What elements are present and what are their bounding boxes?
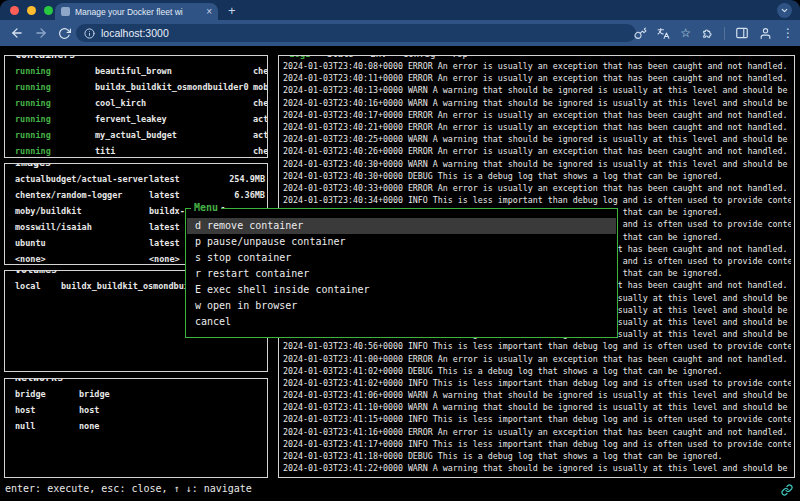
tab-strip: Manage your Docker fleet wi × +: [0, 0, 800, 20]
back-button[interactable]: [10, 26, 24, 40]
containers-rows: running beautiful_brown chentex/random-l…: [5, 63, 267, 157]
network-row[interactable]: null none: [5, 418, 267, 434]
images-panel-title: Images: [12, 163, 54, 168]
container-name: beautiful_brown: [95, 63, 172, 79]
menu-item-label: stop container: [207, 252, 291, 263]
image-tag: <none>: [149, 251, 180, 264]
log-line: 2024-01-03T23:41:18+0000 DEBUG This is a…: [283, 450, 791, 462]
container-name: my_actual_budget: [95, 127, 177, 143]
tab-search-button[interactable]: [777, 3, 792, 18]
container-row[interactable]: running my_actual_budget actualbudget/ac…: [5, 127, 267, 143]
container-row[interactable]: running fervent_leakey actualbudget/actu…: [5, 111, 267, 127]
network-row[interactable]: host host: [5, 402, 267, 418]
tab-logs[interactable]: Logs: [289, 55, 311, 59]
image-name: mosswill/isaiah: [15, 219, 92, 235]
menu-item-label: exec shell inside container: [207, 284, 370, 295]
log-line: 2024-01-03T23:40:56+0000 INFO This is le…: [283, 340, 791, 352]
network-driver: host: [15, 402, 35, 418]
log-line: 2024-01-03T23:41:00+0000 ERROR An error …: [283, 353, 791, 365]
image-tag: latest: [149, 171, 180, 187]
networks-rows: bridge bridge host host null none: [5, 386, 267, 434]
log-line: 2024-01-03T23:40:08+0000 ERROR An error …: [283, 60, 791, 72]
network-row[interactable]: bridge bridge: [5, 386, 267, 402]
menu-item-key: p: [195, 236, 201, 247]
networks-panel[interactable]: Networks bridge bridge host host null no…: [4, 378, 268, 478]
log-line: 2024-01-03T23:41:16+0000 ERROR An error …: [283, 426, 791, 438]
container-row[interactable]: running buildx_buildkit_osmondbuilder0 m…: [5, 79, 267, 95]
image-row[interactable]: actualbudget/actual-server latest 254.9M…: [5, 171, 267, 187]
log-line: 2024-01-03T23:40:17+0000 ERROR An error …: [283, 109, 791, 121]
image-tag: latest: [149, 219, 180, 235]
reload-icon: [58, 27, 71, 40]
image-name: actualbudget/actual-server: [15, 171, 148, 187]
container-row[interactable]: running titi chentex/random-logger: [5, 143, 267, 157]
menu-items: d remove container p pause/unpause conta…: [187, 218, 616, 329]
container-action-menu[interactable]: Menu d remove container p pause/unpause …: [185, 208, 618, 338]
menu-item[interactable]: p pause/unpause container: [187, 234, 616, 250]
arrow-right-icon: [34, 26, 48, 40]
image-row[interactable]: chentex/random-logger latest 6.36MB: [5, 187, 267, 203]
toolbar-separator: [724, 27, 725, 40]
tab-close-icon[interactable]: ×: [206, 7, 212, 17]
address-bar[interactable]: localhost:3000: [76, 24, 636, 42]
log-line: 2024-01-03T23:40:25+0000 WARN A warning …: [283, 133, 791, 145]
menu-item[interactable]: s stop container: [187, 250, 616, 266]
site-info-icon[interactable]: [84, 28, 95, 39]
container-row[interactable]: running beautiful_brown chentex/random-l…: [5, 63, 267, 79]
image-name: chentex/random-logger: [15, 187, 122, 203]
menu-item-label: restart container: [207, 268, 309, 279]
chevron-down-icon: [780, 6, 789, 15]
tab-favicon-icon: [61, 7, 70, 16]
log-line: 2024-01-03T23:41:02+0000 INFO This is le…: [283, 377, 791, 389]
maximize-window-button[interactable]: [44, 6, 53, 15]
url-text[interactable]: localhost:3000: [101, 27, 169, 39]
log-line: 2024-01-03T23:41:06+0000 WARN A warning …: [283, 389, 791, 401]
browser-tab[interactable]: Manage your Docker fleet wi ×: [55, 3, 218, 20]
log-line: 2024-01-03T23:40:13+0000 WARN A warning …: [283, 84, 791, 96]
image-size: 254.9MB: [229, 171, 265, 187]
image-name: moby/buildkit: [15, 203, 82, 219]
password-key-icon[interactable]: [634, 27, 647, 40]
menu-item[interactable]: cancel: [187, 313, 616, 329]
log-line: 2024-01-03T23:40:16+0000 WARN A warning …: [283, 97, 791, 109]
tabs-stats-env-config-top[interactable]: — Stats — Env — Config — Top: [311, 55, 468, 59]
new-tab-button[interactable]: +: [228, 3, 236, 18]
browser-menu-kebab-icon[interactable]: ⋮: [782, 26, 794, 40]
container-image: chentex/random-logger: [253, 95, 267, 111]
menu-item[interactable]: r restart container: [187, 266, 616, 282]
arrow-left-icon: [10, 26, 24, 40]
menu-item[interactable]: E exec shell inside container: [187, 282, 616, 298]
menu-item-label: pause/unpause container: [207, 236, 345, 247]
toolbar-icons: ☆ ⋮: [634, 24, 794, 42]
container-image: actualbudget/actual-server: [253, 127, 267, 143]
reload-button[interactable]: [58, 27, 71, 40]
containers-panel-title: Containers: [12, 55, 78, 60]
close-window-button[interactable]: [10, 6, 19, 15]
side-panel-icon[interactable]: [735, 26, 749, 40]
translate-icon[interactable]: [657, 27, 670, 40]
log-line: 2024-01-03T23:40:30+0000 DEBUG This is a…: [283, 170, 791, 182]
extensions-puzzle-icon[interactable]: [701, 27, 714, 40]
network-name: bridge: [79, 386, 110, 402]
menu-item-label: remove container: [207, 220, 303, 231]
container-row[interactable]: running cool_kirch chentex/random-logger: [5, 95, 267, 111]
container-image: chentex/random-logger: [253, 63, 267, 79]
volume-driver: local: [15, 278, 41, 294]
containers-panel[interactable]: Containers running beautiful_brown chent…: [4, 55, 268, 158]
menu-title: Menu: [191, 202, 221, 213]
forward-button[interactable]: [34, 26, 48, 40]
minimize-window-button[interactable]: [27, 6, 36, 15]
menu-item-label: open in browser: [207, 300, 297, 311]
menu-item[interactable]: w open in browser: [187, 297, 616, 313]
bookmark-star-icon[interactable]: ☆: [680, 26, 691, 40]
image-tag: latest: [149, 235, 180, 251]
menu-item-key: r: [195, 268, 201, 279]
container-state: running: [15, 95, 51, 111]
menu-item-key: E: [195, 284, 201, 295]
log-line: 2024-01-03T23:40:11+0000 ERROR An error …: [283, 72, 791, 84]
menu-item[interactable]: d remove container: [187, 218, 616, 234]
window-controls[interactable]: [10, 6, 53, 15]
log-line: 2024-01-03T23:40:26+0000 ERROR An error …: [283, 145, 791, 157]
profile-avatar-icon[interactable]: [759, 27, 772, 40]
container-state: running: [15, 143, 51, 157]
